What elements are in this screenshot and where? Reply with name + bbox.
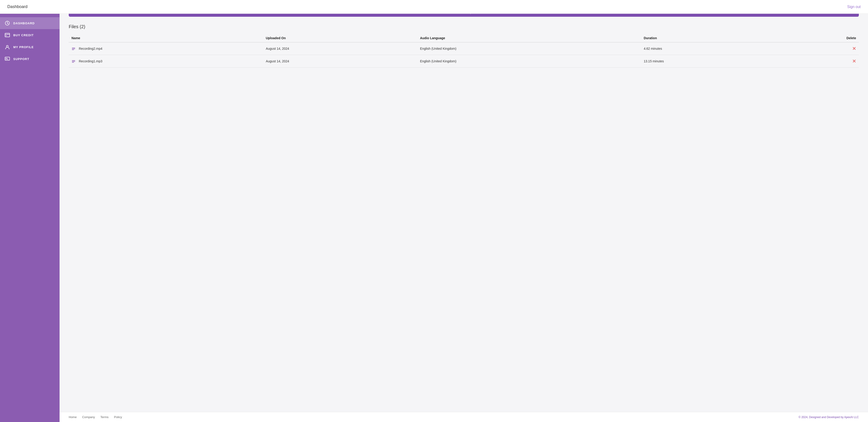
svg-rect-12 xyxy=(72,60,75,61)
svg-point-5 xyxy=(6,46,8,47)
credit-card-icon xyxy=(5,32,10,38)
file-delete-cell: ✕ xyxy=(778,42,859,55)
files-table: Name Uploaded On Audio Language Duration… xyxy=(69,34,859,68)
page-title: Dashboard xyxy=(7,4,28,9)
file-audio-language: English (United Kingdom) xyxy=(417,42,641,55)
table-row: Recording1.mp3 August 14, 2024English (U… xyxy=(69,55,859,68)
delete-button[interactable]: ✕ xyxy=(852,46,856,51)
files-heading: Files (2) xyxy=(69,24,859,29)
sidebar-item-my-profile[interactable]: MY PROFILE xyxy=(0,41,60,53)
profile-icon xyxy=(5,44,10,50)
svg-rect-9 xyxy=(72,48,75,48)
svg-rect-2 xyxy=(5,33,10,37)
file-uploaded-on: August 14, 2024 xyxy=(263,55,417,68)
sidebar-label-buy-credit: BUY CREDIT xyxy=(13,33,34,37)
footer-link-terms[interactable]: Terms xyxy=(100,415,108,419)
footer-link-company[interactable]: Company xyxy=(82,415,95,419)
footer-link-policy[interactable]: Policy xyxy=(114,415,122,419)
file-lines-icon xyxy=(71,46,76,51)
col-uploaded-on: Uploaded On xyxy=(263,34,417,42)
svg-point-1 xyxy=(7,23,8,24)
sidebar-label-dashboard: DASHBOARD xyxy=(13,22,35,25)
sign-out-button[interactable]: Sign out xyxy=(847,5,861,9)
sidebar-label-my-profile: MY PROFILE xyxy=(13,46,34,49)
file-name-cell: Recording2.mp4 xyxy=(69,42,263,55)
table-row: Recording2.mp4 August 14, 2024English (U… xyxy=(69,42,859,55)
col-name: Name xyxy=(69,34,263,42)
sidebar-item-dashboard[interactable]: DASHBOARD xyxy=(0,17,60,29)
sidebar-item-buy-credit[interactable]: BUY CREDIT xyxy=(0,29,60,41)
svg-rect-10 xyxy=(72,49,75,49)
footer: Home Company Terms Policy © 2024, Design… xyxy=(60,412,868,422)
file-uploaded-on: August 14, 2024 xyxy=(263,42,417,55)
svg-rect-13 xyxy=(72,61,75,62)
footer-link-home[interactable]: Home xyxy=(69,415,77,419)
support-icon xyxy=(5,56,10,62)
file-name: Recording1.mp3 xyxy=(79,59,102,63)
file-audio-language: English (United Kingdom) xyxy=(417,55,641,68)
file-name: Recording2.mp4 xyxy=(79,47,102,51)
file-name-cell: Recording1.mp3 xyxy=(69,55,263,68)
delete-button[interactable]: ✕ xyxy=(852,59,856,63)
file-duration: 4.62 minutes xyxy=(641,42,778,55)
svg-rect-6 xyxy=(5,57,10,60)
dashboard-icon xyxy=(5,21,10,26)
main-content: New Transcription Files (2) Name Uploade… xyxy=(60,0,868,412)
sidebar: SUNSCRIBE DASHBOARD xyxy=(0,0,60,422)
file-lines-icon xyxy=(71,59,76,64)
col-delete: Delete xyxy=(778,34,859,42)
svg-rect-14 xyxy=(72,62,74,63)
footer-links: Home Company Terms Policy xyxy=(69,415,122,419)
svg-rect-11 xyxy=(72,50,74,50)
file-delete-cell: ✕ xyxy=(778,55,859,68)
col-duration: Duration xyxy=(641,34,778,42)
col-audio-language: Audio Language xyxy=(417,34,641,42)
sidebar-label-support: SUPPORT xyxy=(13,57,29,61)
sidebar-item-support[interactable]: SUPPORT xyxy=(0,53,60,65)
footer-copyright: © 2024, Designed and Developed by ApexAI… xyxy=(799,416,859,419)
file-duration: 13.15 minutes xyxy=(641,55,778,68)
